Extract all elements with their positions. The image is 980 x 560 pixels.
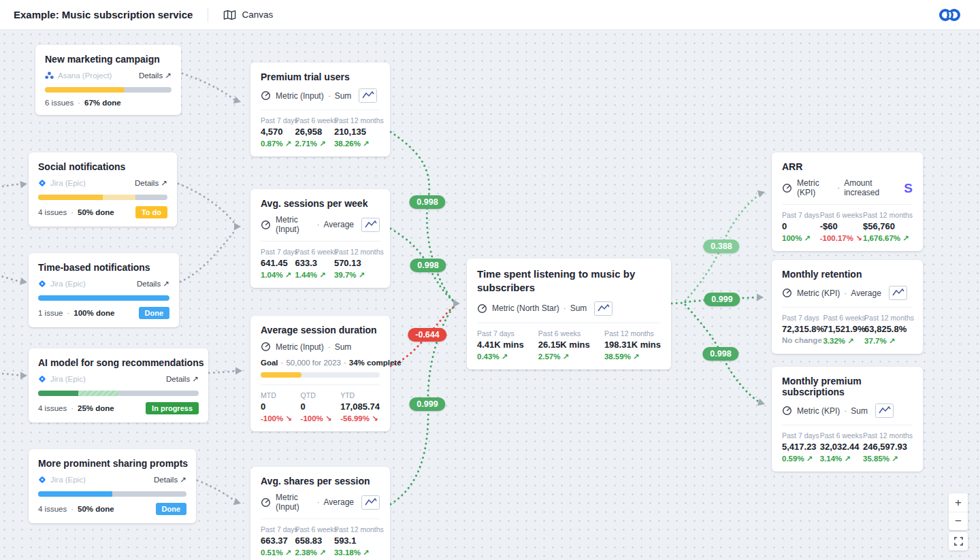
progress-bar	[38, 491, 186, 497]
issues-count: 4 issues	[38, 505, 67, 513]
line-chart-icon[interactable]	[889, 286, 907, 300]
goal-progress-bar	[261, 372, 380, 378]
work-card-time-based-notifications[interactable]: Time-based notifications Jira (Epic) Det…	[29, 253, 179, 327]
separator-dot: ·	[328, 91, 331, 101]
aggregation: Sum	[570, 303, 587, 313]
fit-view-button[interactable]	[949, 532, 968, 550]
metric-card-avg-sessions-per-week[interactable]: Avg. sessions per week Metric (Input) · …	[250, 189, 390, 288]
metric-value: 32,032.44	[820, 442, 862, 452]
card-title: More prominent sharing prompts	[38, 458, 186, 469]
card-title: ARR	[782, 161, 913, 172]
period-label: Past 6 weeks	[538, 329, 590, 337]
card-title: New marketing campaign	[45, 54, 172, 65]
tab-canvas[interactable]: Canvas	[223, 10, 273, 20]
doubleloop-logo[interactable]	[938, 6, 962, 24]
correlation-pill-premium-trial[interactable]: 0.998	[409, 195, 445, 209]
metric-card-average-session-duration[interactable]: Average session duration Metric (Input) …	[250, 316, 390, 431]
metric-delta: 1.04% ↗	[261, 270, 295, 280]
metric-card-monthly-retention[interactable]: Monthly retention Metric (KPI) · Average…	[772, 260, 923, 354]
work-card-new-marketing-campaign[interactable]: New marketing campaign Asana (Project) D…	[35, 45, 181, 115]
metric-value: 210,135	[334, 127, 380, 137]
status-badge[interactable]: Done	[156, 503, 187, 515]
zoom-out-button[interactable]: −	[949, 512, 968, 530]
goal-row: Goal·50,000 for 2023·34% complete	[261, 359, 380, 367]
line-chart-icon[interactable]	[359, 88, 377, 103]
separator-dot: ·	[71, 404, 74, 412]
metric-value: 4,570	[261, 127, 295, 137]
metric-delta: 38.59% ↗	[604, 352, 661, 361]
line-chart-icon[interactable]	[361, 495, 380, 510]
status-badge[interactable]: In progress	[146, 402, 199, 414]
period-label: Past 12 months	[334, 525, 380, 533]
separator-dot: ·	[317, 220, 320, 229]
correlation-pill-avg-shares[interactable]: 0.999	[409, 397, 445, 411]
metric-value: 0	[782, 221, 819, 231]
metric-delta: -100.17% ↘	[820, 233, 862, 243]
metric-value: 0	[261, 401, 292, 412]
line-chart-icon[interactable]	[875, 403, 894, 418]
work-card-social-notifications[interactable]: Social notifications Jira (Epic) Details…	[29, 152, 177, 227]
details-link[interactable]: Details ↗	[154, 475, 186, 484]
metric-value: 26.15K mins	[538, 340, 590, 350]
correlation-pill-session-duration[interactable]: -0.644	[408, 328, 446, 342]
metric-delta: 0.59% ↗	[782, 454, 819, 463]
work-card-ai-model[interactable]: AI model for song recommendations Jira (…	[29, 348, 208, 423]
asana-icon	[45, 71, 54, 80]
metric-value: 0	[301, 401, 332, 412]
line-chart-icon[interactable]	[361, 218, 380, 232]
details-link[interactable]: Details ↗	[137, 279, 169, 289]
separator-dot: ·	[317, 497, 320, 507]
correlation-pill-subscriptions[interactable]: 0.998	[702, 347, 738, 361]
progress-bar	[45, 87, 172, 93]
metric-delta: 37.7% ↗	[864, 336, 913, 346]
metric-type: Metric (KPI)	[797, 289, 840, 298]
metric-card-time-spent-listening[interactable]: Time spent listening to music by subscri…	[467, 259, 671, 369]
status-badge[interactable]: Done	[139, 307, 170, 319]
separator-dot: ·	[328, 342, 331, 352]
issues-count: 4 issues	[38, 404, 67, 412]
metric-card-avg-shares-per-session[interactable]: Avg. shares per session Metric (Input) ·…	[250, 467, 390, 560]
jira-icon	[38, 179, 46, 187]
issues-count: 1 issue	[38, 309, 63, 317]
gauge-icon	[261, 497, 271, 508]
period-label: Past 6 weeks	[820, 431, 862, 440]
correlation-pill-avg-sessions[interactable]: 0.998	[410, 259, 446, 272]
header-divider	[208, 7, 208, 22]
metric-type: Metric (KPI)	[797, 406, 840, 416]
correlation-pill-arr[interactable]: 0.388	[703, 240, 739, 253]
aggregation: Sum	[851, 406, 868, 416]
metric-value: 26,958	[295, 127, 333, 137]
period-label: Past 6 weeks	[820, 211, 862, 219]
metric-card-arr[interactable]: ARR Metric (KPI) · Amount increased S Pa…	[772, 152, 923, 251]
card-title: Avg. shares per session	[261, 476, 380, 487]
goal-complete: 34% complete	[349, 359, 402, 367]
source-label: Asana (Project)	[58, 71, 112, 80]
metric-delta: 0.43% ↗	[477, 352, 524, 361]
line-chart-icon[interactable]	[594, 301, 612, 316]
progress-bar	[38, 195, 167, 200]
metric-card-monthly-premium-subscriptions[interactable]: Monthly premium subscriptions Metric (KP…	[772, 367, 923, 472]
status-badge[interactable]: To do	[135, 206, 167, 218]
details-link[interactable]: Details ↗	[139, 71, 172, 80]
work-card-sharing-prompts[interactable]: More prominent sharing prompts Jira (Epi…	[29, 449, 196, 523]
zoom-in-button[interactable]: +	[949, 493, 968, 512]
metric-card-premium-trial-users[interactable]: Premium trial users Metric (Input) · Sum…	[250, 63, 390, 157]
metric-delta: 2.71% ↗	[295, 139, 333, 148]
details-link[interactable]: Details ↗	[166, 374, 199, 384]
progress-bar	[38, 295, 169, 301]
period-label: Past 12 months	[863, 211, 913, 219]
separator-dot: ·	[844, 289, 847, 298]
canvas[interactable]: New marketing campaign Asana (Project) D…	[0, 30, 980, 560]
edge-offscreen-to-ai-model	[0, 373, 23, 376]
metric-type: Metric (Input)	[276, 493, 313, 512]
details-link[interactable]: Details ↗	[135, 178, 167, 188]
metric-delta: 39.7% ↗	[334, 270, 380, 280]
period-label: Past 12 months	[864, 314, 913, 322]
card-title: AI model for song recommendations	[38, 357, 199, 368]
progress-bar	[38, 391, 199, 396]
stripe-icon: S	[904, 182, 913, 195]
edge-offscreen-to-social-notifications	[0, 184, 23, 188]
metric-value: 658.83	[295, 536, 333, 546]
issues-count: 6 issues	[45, 99, 74, 107]
correlation-pill-retention[interactable]: 0.999	[704, 293, 740, 306]
